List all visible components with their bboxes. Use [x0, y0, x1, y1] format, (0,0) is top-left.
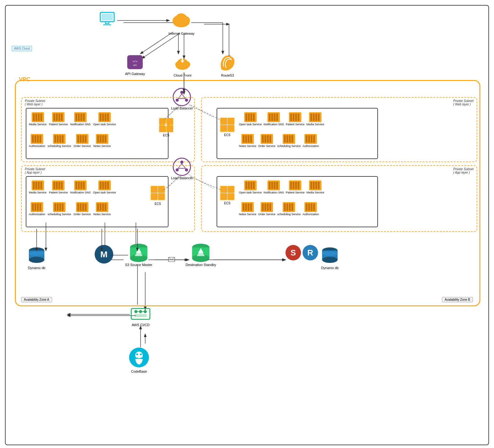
- svg-rect-153: [58, 182, 60, 189]
- scheduling-za-web: scheduling Service: [48, 133, 71, 148]
- svg-rect-154: [61, 182, 63, 189]
- svg-rect-59: [78, 113, 80, 121]
- svg-rect-208: [295, 182, 297, 189]
- aws-cloud-label: AWS Cloud: [12, 46, 32, 51]
- svg-rect-233: [311, 203, 312, 211]
- notes-zb-app: Notes Service: [239, 202, 256, 216]
- ecs-zb-app: ECS: [219, 184, 236, 205]
- svg-rect-24: [101, 14, 113, 20]
- patient-service-za-web: Patient Service: [49, 112, 68, 126]
- svg-rect-49: [35, 113, 37, 121]
- internet-gateway-label: Internet Gateway: [168, 32, 195, 35]
- svg-rect-70: [37, 135, 39, 143]
- svg-rect-101: [250, 113, 252, 121]
- svg-rect-164: [107, 182, 109, 189]
- svg-text:M: M: [100, 250, 107, 259]
- svg-rect-119: [243, 135, 245, 143]
- svg-rect-206: [290, 182, 292, 189]
- svg-point-258: [322, 257, 338, 263]
- svg-rect-134: [306, 135, 308, 143]
- server-icon: [52, 133, 66, 144]
- svg-rect-91: [166, 125, 173, 132]
- server-icon: [304, 133, 317, 144]
- svg-rect-234: [313, 203, 315, 211]
- svg-rect-100: [248, 113, 250, 121]
- svg-rect-173: [59, 203, 61, 211]
- authorization-za-app: Authorization: [29, 202, 45, 216]
- ecs-icon-svg: E: [158, 117, 175, 134]
- svg-point-271: [140, 353, 142, 355]
- redis-s: S: [285, 244, 302, 261]
- vpc-label: VPC: [19, 76, 30, 83]
- svg-rect-216: [243, 203, 245, 211]
- media-za-app: Media Service: [29, 180, 47, 194]
- svg-text:API: API: [133, 64, 137, 66]
- s-icon: S: [285, 244, 302, 261]
- notes-za-app: Notes Service: [93, 202, 111, 216]
- svg-rect-58: [75, 113, 77, 121]
- svg-rect-131: [289, 135, 291, 143]
- server-icon: [308, 112, 322, 123]
- ecs-za-app-icon: [149, 184, 166, 202]
- server-icon: [98, 112, 111, 123]
- svg-rect-209: [298, 182, 299, 189]
- svg-point-264: [144, 310, 147, 313]
- order-zb-web: Order Service: [258, 133, 276, 148]
- svg-point-262: [134, 310, 137, 313]
- internet-gateway: Internet Gateway: [168, 10, 195, 35]
- server-icon: [260, 202, 274, 213]
- server-icon: [282, 133, 296, 144]
- svg-rect-80: [82, 135, 84, 143]
- svg-rect-25: [106, 22, 109, 24]
- svg-rect-166: [32, 203, 34, 211]
- server-icon: [282, 202, 296, 213]
- svg-rect-71: [39, 135, 41, 143]
- server-icon: [260, 133, 274, 144]
- svg-rect-213: [315, 182, 317, 189]
- scheduling-zb-app: scheduling Service: [277, 202, 301, 216]
- svg-text:E: E: [165, 123, 167, 127]
- server-icon: [52, 202, 66, 213]
- svg-rect-135: [308, 135, 310, 143]
- svg-rect-203: [274, 182, 276, 189]
- svg-rect-169: [39, 203, 41, 211]
- cloudfront-icon: [173, 54, 192, 72]
- svg-rect-168: [37, 203, 39, 211]
- zone-b-app-row2: Notes Service Order Service: [239, 202, 319, 216]
- zone-a-app-inner: Media Service Patient Service: [26, 176, 168, 227]
- server-icon: [31, 112, 45, 123]
- svg-rect-156: [75, 182, 77, 189]
- svg-rect-174: [62, 203, 64, 211]
- svg-rect-202: [271, 182, 273, 189]
- svg-rect-74: [57, 135, 59, 143]
- svg-rect-66: [107, 113, 109, 121]
- monitor-icon: [99, 12, 116, 26]
- svg-rect-231: [306, 203, 308, 211]
- media-zb-web: Media Service: [307, 112, 324, 126]
- svg-point-139: [180, 161, 183, 164]
- svg-rect-99: [245, 113, 247, 121]
- zone-a-web-inner: Media Service Patient Service: [26, 108, 168, 159]
- server-icon: [244, 112, 257, 123]
- svg-rect-65: [105, 113, 106, 121]
- cloudfront: Cloud Front: [173, 54, 192, 77]
- dynamo-db-a: Dynamo db: [26, 244, 47, 270]
- patient-za-app: Patient Service: [49, 180, 68, 194]
- server-icon: [30, 202, 44, 213]
- dynamo-db-b-icon: [319, 244, 341, 266]
- server-icon: [74, 180, 87, 191]
- svg-rect-120: [245, 135, 247, 143]
- patient-zb-app: Patient Service: [286, 180, 305, 194]
- svg-rect-163: [105, 182, 106, 189]
- server-icon: [241, 133, 254, 144]
- svg-rect-187: [151, 193, 158, 200]
- zone-a-web-subnet-label: Private Subnet( Web layer ): [25, 99, 45, 106]
- notification-zb-web: Notification SNS: [264, 112, 284, 126]
- svg-rect-211: [310, 182, 312, 189]
- svg-rect-197: [248, 182, 250, 189]
- order-za-app: Order Service: [74, 202, 91, 216]
- zone-a-app-row1: Media Service Patient Service: [29, 180, 116, 194]
- internet-gateway-icon: [171, 10, 191, 30]
- svg-rect-126: [267, 135, 269, 143]
- r-icon-svg: R: [302, 244, 319, 261]
